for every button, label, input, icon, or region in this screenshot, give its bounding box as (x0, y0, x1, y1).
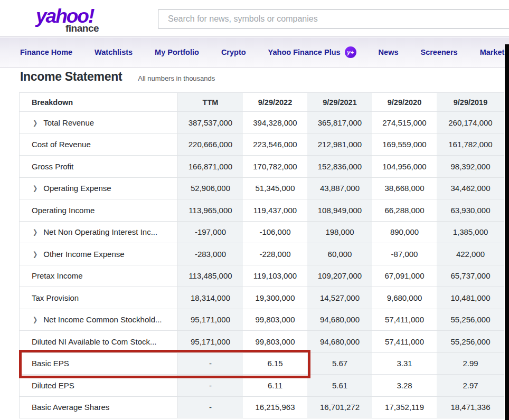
chevron-right-icon: ❯ (33, 228, 37, 236)
value-cell: 18,471,336 (437, 397, 504, 419)
search-input[interactable] (158, 9, 509, 29)
value-cell: 34,462,000 (437, 178, 504, 200)
value-cell: 394,328,000 (243, 112, 307, 134)
chevron-right-icon: ❯ (33, 250, 37, 258)
nav-item-label: Finance Home (20, 48, 72, 56)
table-row: Operating Income113,965,000119,437,00010… (19, 199, 504, 222)
value-cell: 260,174,000 (437, 112, 504, 134)
value-cell: 365,817,000 (307, 112, 372, 134)
value-cell: 17,352,119 (372, 397, 437, 419)
value-cell: - (178, 353, 243, 375)
page-subtitle: All numbers in thousands (138, 74, 215, 82)
value-cell: 66,288,000 (372, 199, 437, 222)
table-row: ❯Total Revenue387,537,000394,328,000365,… (19, 112, 504, 134)
value-cell: 220,666,000 (178, 134, 243, 156)
row-label-text: Basic EPS (32, 359, 69, 368)
value-cell: 16,701,272 (307, 397, 372, 419)
nav-item-my-portfolio[interactable]: My Portfolio (155, 48, 199, 56)
column-header-2021: 9/29/2021 (307, 93, 372, 112)
table-row: ❯Operating Expense52,906,00051,345,00043… (19, 178, 504, 200)
table-row: Tax Provision18,314,00019,300,00014,527,… (19, 287, 504, 309)
row-label: Operating Income (19, 199, 178, 222)
value-cell: -87,000 (372, 243, 437, 265)
row-label-text: Tax Provision (32, 293, 79, 302)
value-cell: 6.15 (243, 353, 307, 375)
value-cell: 113,485,000 (178, 265, 243, 288)
value-cell: -283,000 (178, 243, 243, 265)
value-cell: 65,737,000 (437, 265, 504, 288)
value-cell: 52,906,000 (178, 178, 243, 200)
page-title: Income Statement (20, 70, 122, 84)
row-label: Tax Provision (19, 287, 178, 309)
row-expand-toggle[interactable]: ❯Net Income Common Stockhold... (19, 309, 178, 331)
row-label-text: Other Income Expense (43, 250, 124, 259)
row-label-text: Net Non Operating Interest Inc... (43, 227, 157, 236)
row-label: Basic Average Shares (19, 397, 178, 419)
value-cell: 422,000 (437, 243, 504, 265)
value-cell: 5.61 (307, 375, 372, 397)
value-cell: 119,437,000 (243, 199, 307, 222)
table-row: Basic Average Shares-16,215,96316,701,27… (19, 397, 504, 419)
row-label: Basic EPS (19, 353, 178, 375)
value-cell: 212,981,000 (307, 134, 372, 156)
nav-item-news[interactable]: News (379, 48, 399, 56)
value-cell: 274,515,000 (372, 112, 437, 134)
right-edge-strip (505, 44, 509, 420)
value-cell: -197,000 (178, 222, 243, 244)
row-label: Diluted EPS (19, 375, 178, 397)
value-cell: 170,782,000 (243, 156, 307, 178)
chevron-right-icon: ❯ (33, 119, 37, 127)
nav-item-screeners[interactable]: Screeners (420, 48, 457, 56)
value-cell: 6.11 (243, 375, 307, 397)
row-label-text: Net Income Common Stockhold... (43, 315, 162, 324)
row-label-text: Cost of Revenue (32, 140, 91, 149)
table-row: Cost of Revenue220,666,000223,546,000212… (19, 134, 504, 156)
row-expand-toggle[interactable]: ❯Net Non Operating Interest Inc... (19, 222, 178, 244)
value-cell: 55,256,000 (437, 331, 504, 353)
table-row: Basic EPS-6.155.673.312.99 (19, 353, 504, 375)
value-cell: - (178, 375, 243, 397)
value-cell: 119,103,000 (243, 265, 307, 288)
yahoo-finance-logo[interactable]: yahoo! finance (36, 6, 99, 34)
value-cell: 9,680,000 (372, 287, 437, 309)
row-expand-toggle[interactable]: ❯Other Income Expense (19, 243, 178, 265)
row-label-text: Operating Expense (43, 184, 111, 193)
value-cell: 94,680,000 (307, 331, 372, 353)
row-expand-toggle[interactable]: ❯Operating Expense (19, 178, 178, 200)
nav-item-label: Crypto (221, 48, 246, 56)
table-row: ❯Net Non Operating Interest Inc...-197,0… (19, 222, 504, 244)
table-header-row: Breakdown TTM 9/29/2022 9/29/2021 9/29/2… (19, 92, 504, 112)
primary-nav: Finance HomeWatchlistsMy PortfolioCrypto… (0, 37, 509, 68)
nav-item-label: My Portfolio (155, 48, 199, 56)
finance-logo-text: finance (65, 23, 99, 34)
nav-item-crypto[interactable]: Crypto (221, 48, 246, 56)
nav-item-yahoo-finance-plus[interactable]: Yahoo Finance Plusy+ (268, 46, 356, 58)
nav-item-finance-home[interactable]: Finance Home (20, 48, 72, 56)
value-cell: 223,546,000 (243, 134, 307, 156)
value-cell: 95,171,000 (178, 309, 243, 331)
value-cell: 3.31 (372, 353, 437, 375)
value-cell: 43,887,000 (307, 178, 372, 200)
table-row: Diluted NI Available to Com Stock...95,1… (19, 331, 504, 353)
value-cell: 38,668,000 (372, 178, 437, 200)
row-label: Diluted NI Available to Com Stock... (19, 331, 178, 353)
value-cell: 99,803,000 (243, 331, 307, 353)
value-cell: 18,314,000 (178, 287, 243, 309)
row-label-text: Gross Profit (32, 162, 73, 171)
row-expand-toggle[interactable]: ❯Total Revenue (19, 112, 178, 134)
row-label: Cost of Revenue (19, 134, 178, 156)
column-header-2020: 9/29/2020 (372, 93, 437, 112)
nav-item-label: Yahoo Finance Plus (268, 48, 341, 56)
value-cell: 16,215,963 (243, 397, 307, 419)
value-cell: 95,171,000 (178, 331, 243, 353)
yahoo-plus-badge-icon: y+ (345, 46, 356, 58)
income-statement-table: Breakdown TTM 9/29/2022 9/29/2021 9/29/2… (19, 92, 504, 418)
row-label-text: Diluted EPS (32, 381, 74, 390)
row-label-text: Operating Income (32, 206, 95, 215)
value-cell: 60,000 (307, 243, 372, 265)
nav-item-label: Watchlists (95, 48, 133, 56)
nav-item-watchlists[interactable]: Watchlists (95, 48, 133, 56)
value-cell: 2.97 (437, 375, 504, 397)
value-cell: 109,207,000 (307, 265, 372, 288)
table-body: ❯Total Revenue387,537,000394,328,000365,… (19, 112, 504, 418)
